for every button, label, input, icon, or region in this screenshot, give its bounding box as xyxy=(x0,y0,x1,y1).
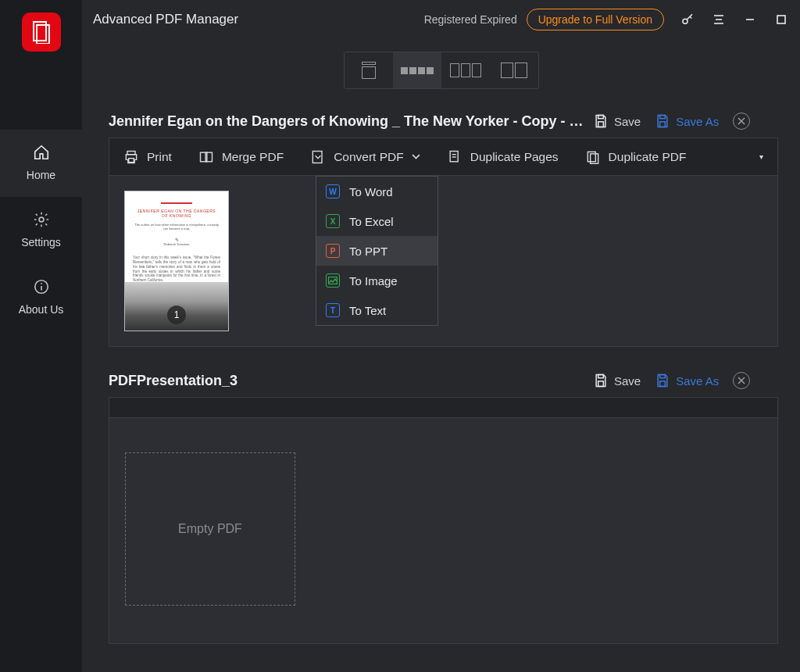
document-section: Jennifer Egan on the Dangers of Knowing … xyxy=(82,113,800,367)
close-icon xyxy=(738,377,745,384)
svg-rect-32 xyxy=(660,381,666,387)
svg-rect-29 xyxy=(598,375,604,378)
view-thumbnails-button[interactable] xyxy=(393,52,441,88)
view-mode-toolbar xyxy=(82,52,800,89)
document-title: PDFPresentation_3 xyxy=(109,373,593,389)
convert-to-image[interactable]: To Image xyxy=(316,266,438,295)
sidebar-item-about[interactable]: About Us xyxy=(0,264,82,331)
save-button[interactable]: Save xyxy=(593,373,641,388)
duplicate-pages-button[interactable]: Duplicate Pages xyxy=(447,149,559,165)
close-icon xyxy=(738,117,745,125)
sidebar-item-label: About Us xyxy=(19,303,64,316)
view-triple-button[interactable] xyxy=(441,52,490,88)
titlebar: Advanced PDF Manager Registered Expired … xyxy=(82,0,800,31)
minimize-button[interactable] xyxy=(742,12,758,27)
chevron-down-icon xyxy=(412,154,420,159)
document-body: Empty PDF xyxy=(109,417,778,644)
svg-rect-31 xyxy=(660,375,666,378)
empty-pdf-placeholder[interactable]: Empty PDF xyxy=(125,452,295,606)
sidebar: Home Settings About Us xyxy=(0,0,82,672)
close-document-button[interactable] xyxy=(733,372,750,389)
convert-icon xyxy=(310,149,326,165)
convert-to-word[interactable]: W To Word xyxy=(316,177,438,206)
document-section: PDFPresentation_3 Save Save As Empty PDF xyxy=(82,372,800,664)
svg-rect-15 xyxy=(660,122,666,127)
menu-icon[interactable] xyxy=(711,12,727,27)
svg-rect-12 xyxy=(598,116,604,119)
duplicate-pdf-button[interactable]: Duplicate PDF xyxy=(585,149,687,165)
ppt-icon: P xyxy=(326,244,340,258)
print-button[interactable]: Print xyxy=(123,149,172,165)
app-logo xyxy=(22,13,61,52)
svg-rect-30 xyxy=(598,381,604,387)
merge-pdf-button[interactable]: Merge PDF xyxy=(198,149,284,165)
svg-rect-13 xyxy=(598,122,604,127)
view-double-button[interactable] xyxy=(490,52,538,88)
sidebar-item-settings[interactable]: Settings xyxy=(0,197,82,264)
save-icon xyxy=(593,113,609,129)
key-icon[interactable] xyxy=(680,12,695,27)
svg-rect-19 xyxy=(129,158,134,162)
save-button[interactable]: Save xyxy=(593,113,641,129)
text-icon: T xyxy=(326,303,340,317)
sidebar-item-label: Home xyxy=(27,169,55,181)
svg-rect-11 xyxy=(777,16,785,23)
duplicate-pages-icon xyxy=(447,149,462,165)
save-as-button[interactable]: Save As xyxy=(655,373,719,388)
sidebar-item-label: Settings xyxy=(21,236,61,248)
excel-icon: X xyxy=(326,214,340,228)
document-toolbar: Print Merge PDF Convert PDF Duplicate Pa… xyxy=(109,138,778,175)
view-single-button[interactable] xyxy=(345,52,393,88)
upgrade-button[interactable]: Upgrade to Full Version xyxy=(527,9,664,30)
print-icon xyxy=(123,149,139,165)
convert-to-excel[interactable]: X To Excel xyxy=(316,206,438,236)
registration-status: Registered Expired xyxy=(424,13,517,26)
save-as-icon xyxy=(655,373,670,388)
convert-to-text[interactable]: T To Text xyxy=(316,295,438,325)
svg-rect-23 xyxy=(450,151,458,161)
page-thumbnail[interactable]: JENNIFER EGAN ON THE DANGERSOF KNOWING T… xyxy=(125,191,228,331)
duplicate-pdf-icon xyxy=(585,149,601,165)
document-toolbar-collapsed xyxy=(109,397,778,417)
document-title: Jennifer Egan on the Dangers of Knowing … xyxy=(109,113,593,130)
logo-icon xyxy=(31,20,52,44)
svg-rect-14 xyxy=(660,116,666,119)
svg-point-2 xyxy=(39,217,44,222)
close-document-button[interactable] xyxy=(733,113,750,130)
save-as-icon xyxy=(655,113,670,129)
document-body: JENNIFER EGAN ON THE DANGERSOF KNOWING T… xyxy=(109,175,778,347)
convert-pdf-button[interactable]: Convert PDF xyxy=(310,149,420,165)
page-number-badge: 1 xyxy=(167,306,186,324)
word-icon: W xyxy=(326,184,340,198)
save-icon xyxy=(593,373,609,388)
main-area: Advanced PDF Manager Registered Expired … xyxy=(82,0,800,672)
image-icon xyxy=(326,273,340,288)
convert-dropdown: W To Word X To Excel P To PPT To Image xyxy=(316,176,438,326)
save-as-button[interactable]: Save As xyxy=(655,113,719,129)
maximize-button[interactable] xyxy=(773,12,789,27)
toolbar-overflow-button[interactable]: ▾ xyxy=(759,152,763,161)
svg-point-5 xyxy=(41,283,42,284)
merge-icon xyxy=(198,149,214,165)
app-title: Advanced PDF Manager xyxy=(93,12,238,27)
svg-point-6 xyxy=(683,19,688,23)
home-icon xyxy=(33,144,50,161)
convert-to-ppt[interactable]: P To PPT xyxy=(316,236,438,266)
sidebar-item-home[interactable]: Home xyxy=(0,130,82,197)
info-icon xyxy=(33,278,50,295)
gear-icon xyxy=(33,211,50,228)
